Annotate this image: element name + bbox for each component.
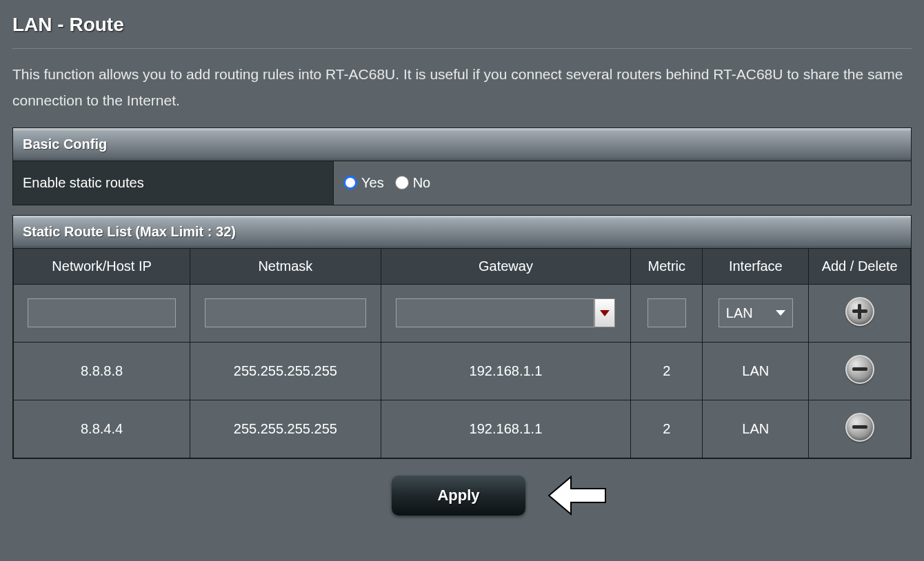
table-row: 8.8.8.8 255.255.255.255 192.168.1.1 2 LA… xyxy=(14,342,911,400)
radio-yes[interactable]: Yes xyxy=(343,175,384,191)
col-header-metric: Metric xyxy=(631,248,703,284)
enable-static-routes-value: Yes No xyxy=(334,161,911,205)
route-gateway: 192.168.1.1 xyxy=(381,342,631,400)
new-route-row: LAN xyxy=(14,284,911,342)
route-netmask: 255.255.255.255 xyxy=(190,342,381,400)
radio-no-icon xyxy=(395,176,409,190)
add-route-button[interactable] xyxy=(845,297,874,326)
col-header-gateway: Gateway xyxy=(381,248,631,284)
page-description: This function allows you to add routing … xyxy=(12,61,912,114)
new-interface-value: LAN xyxy=(726,305,753,321)
route-interface: LAN xyxy=(703,400,809,458)
route-netmask: 255.255.255.255 xyxy=(190,400,381,458)
new-ip-input[interactable] xyxy=(28,298,176,327)
new-gateway-input[interactable] xyxy=(396,298,594,327)
gateway-dropdown-button[interactable] xyxy=(594,298,615,327)
svg-marker-0 xyxy=(549,477,605,514)
route-metric: 2 xyxy=(631,400,703,458)
minus-icon xyxy=(852,367,867,371)
new-gateway-wrap xyxy=(396,298,615,327)
basic-config-panel: Basic Config Enable static routes Yes No xyxy=(12,127,912,205)
chevron-down-icon xyxy=(776,310,785,316)
route-ip: 8.8.4.4 xyxy=(14,400,190,458)
page-title: LAN - Route xyxy=(12,14,912,49)
col-header-action: Add / Delete xyxy=(809,248,911,284)
static-route-list-header: Static Route List (Max Limit : 32) xyxy=(13,216,911,248)
new-interface-select[interactable]: LAN xyxy=(719,298,793,327)
enable-static-routes-label: Enable static routes xyxy=(13,161,334,205)
static-route-table: Network/Host IP Netmask Gateway Metric I… xyxy=(13,248,911,458)
route-ip: 8.8.8.8 xyxy=(14,342,190,400)
new-metric-input[interactable] xyxy=(647,298,686,327)
dropdown-arrow-icon xyxy=(600,310,610,316)
basic-config-header: Basic Config xyxy=(13,128,911,161)
route-gateway: 192.168.1.1 xyxy=(381,400,631,458)
enable-static-routes-row: Enable static routes Yes No xyxy=(13,161,911,205)
table-row: 8.8.4.4 255.255.255.255 192.168.1.1 2 LA… xyxy=(14,400,911,458)
arrow-left-icon xyxy=(546,471,608,520)
minus-icon xyxy=(852,425,867,429)
col-header-interface: Interface xyxy=(703,248,809,284)
radio-no[interactable]: No xyxy=(395,175,431,191)
delete-route-button[interactable] xyxy=(845,355,874,384)
col-header-netmask: Netmask xyxy=(190,248,381,284)
plus-icon xyxy=(858,304,861,319)
col-header-ip: Network/Host IP xyxy=(14,248,190,284)
radio-no-label: No xyxy=(413,175,431,191)
radio-yes-label: Yes xyxy=(361,175,384,191)
new-netmask-input[interactable] xyxy=(205,298,365,327)
apply-row: Apply xyxy=(12,471,912,520)
delete-route-button[interactable] xyxy=(845,413,874,442)
static-route-list-panel: Static Route List (Max Limit : 32) Netwo… xyxy=(12,215,912,459)
route-interface: LAN xyxy=(703,342,809,400)
apply-button[interactable]: Apply xyxy=(392,476,525,516)
route-metric: 2 xyxy=(631,342,703,400)
radio-yes-icon xyxy=(343,176,357,190)
table-header-row: Network/Host IP Netmask Gateway Metric I… xyxy=(14,248,911,284)
